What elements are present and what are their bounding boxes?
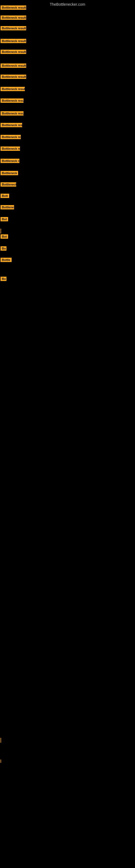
bottleneck-result-item[interactable]: Bottleneck res bbox=[1, 135, 21, 140]
bottleneck-badge: Bottleneck result bbox=[1, 87, 25, 91]
bottleneck-badge: Bottleneck result bbox=[1, 5, 26, 10]
bottleneck-badge: Bo bbox=[1, 277, 6, 281]
bottleneck-badge: Bottleneck res bbox=[1, 159, 19, 163]
bottleneck-result-item[interactable]: Bo bbox=[1, 246, 6, 252]
bottleneck-result-item[interactable]: Bottleneck res bbox=[1, 159, 19, 164]
bottleneck-result-item[interactable]: Bottleneck result bbox=[1, 50, 26, 55]
bottleneck-badge: Bottle bbox=[1, 258, 12, 262]
bottleneck-badge: Bo bbox=[1, 246, 6, 251]
bottleneck-result-item[interactable]: Bottleneck result bbox=[1, 26, 26, 31]
bottleneck-result-item[interactable]: Bo bbox=[1, 277, 6, 282]
bar-line bbox=[1, 760, 1, 763]
bottleneck-result-item[interactable]: Bott bbox=[1, 194, 9, 199]
bottleneck-result-item[interactable]: Bot bbox=[1, 217, 8, 222]
bottleneck-result-item[interactable]: Bottleneck result bbox=[1, 63, 26, 69]
bottleneck-result-item[interactable]: Bottleneck result bbox=[1, 39, 26, 44]
bottleneck-result-item[interactable]: Bot bbox=[1, 235, 8, 240]
bottleneck-result-item[interactable]: Bottleneck result bbox=[1, 74, 26, 80]
bottleneck-result-item[interactable]: Bottleneck result bbox=[1, 111, 24, 117]
bottleneck-result-item[interactable]: Bottleneck result bbox=[1, 87, 25, 92]
bottleneck-badge: Bottlene bbox=[1, 205, 14, 209]
bottleneck-result-item[interactable]: Bottlene bbox=[1, 205, 14, 211]
bottleneck-badge: Bottleneck bbox=[1, 182, 16, 187]
bottleneck-badge: Bottleneck res bbox=[1, 147, 20, 151]
bottleneck-badge: Bottleneck result bbox=[1, 50, 26, 54]
bottleneck-badge: Bottleneck res bbox=[1, 135, 21, 139]
bottleneck-badge: Bot bbox=[1, 235, 8, 239]
bottleneck-result-item[interactable]: Bottleneck bbox=[1, 182, 16, 188]
bottleneck-badge: Bottleneck result bbox=[1, 39, 26, 43]
bottleneck-badge: Bottleneck result bbox=[1, 26, 26, 30]
bottleneck-badge: Bottleneck result bbox=[1, 74, 26, 79]
bottleneck-result-item[interactable]: Bottleneck result bbox=[1, 16, 26, 21]
bottleneck-result-item[interactable]: Bottleneck result bbox=[1, 5, 26, 11]
bottleneck-badge: Bottleneck re bbox=[1, 171, 18, 175]
bottleneck-result-item[interactable]: Bottleneck res bbox=[1, 147, 20, 152]
bottleneck-badge: Bottleneck result bbox=[1, 98, 24, 103]
bottleneck-result-item[interactable]: Bottleneck result bbox=[1, 123, 22, 128]
bottleneck-badge: Bott bbox=[1, 194, 9, 198]
bottleneck-result-item[interactable]: Bottle bbox=[1, 258, 12, 263]
bar-line bbox=[1, 229, 1, 234]
bottleneck-badge: Bottleneck result bbox=[1, 16, 26, 20]
bottleneck-result-item[interactable]: Bottleneck re bbox=[1, 171, 18, 176]
bottleneck-badge: Bottleneck result bbox=[1, 123, 22, 127]
bottleneck-badge: Bot bbox=[1, 217, 8, 221]
bar-line bbox=[1, 738, 1, 743]
bottleneck-result-item[interactable]: Bottleneck result bbox=[1, 98, 24, 104]
bottleneck-badge: Bottleneck result bbox=[1, 63, 26, 68]
bottleneck-badge: Bottleneck result bbox=[1, 111, 24, 116]
